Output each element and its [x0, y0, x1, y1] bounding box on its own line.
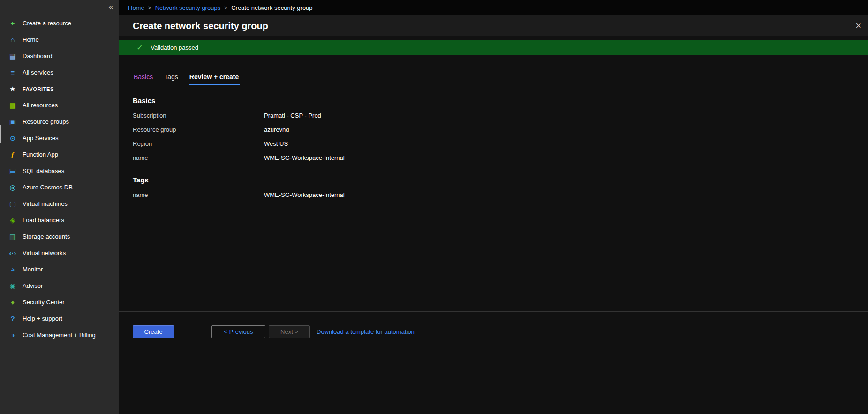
sidebar-item-label: App Services — [23, 135, 59, 142]
row-value: WME-SG-Workspace-Internal — [264, 191, 345, 198]
sidebar-item-label: Security Center — [23, 299, 65, 306]
wizard-footer: Create < Previous Next > Download a temp… — [119, 311, 868, 414]
dashboard-icon: ▦ — [8, 53, 17, 60]
tags-section-title: Tags — [133, 176, 868, 184]
sidebar-scrollbar-thumb[interactable] — [0, 125, 1, 143]
row-label: Subscription — [133, 112, 264, 119]
sidebar-item-cost-management-billing[interactable]: ◑ Cost Management + Billing — [0, 327, 119, 343]
plus-icon: + — [8, 20, 17, 27]
sidebar-item-label: Load balancers — [23, 217, 64, 224]
grid-icon: ▦ — [8, 102, 17, 109]
sidebar: « + Create a resource ⌂ Home ▦ Dashboard… — [0, 0, 119, 414]
sidebar-item-load-balancers[interactable]: ◈ Load balancers — [0, 212, 119, 228]
row-value: Pramati - CSP - Prod — [264, 112, 321, 119]
row-label: name — [133, 154, 264, 161]
breadcrumb-home-link[interactable]: Home — [128, 4, 144, 11]
page-title: Create network security group — [133, 21, 268, 31]
review-row-resource-group: Resource group azurevhd — [133, 122, 868, 136]
resource-groups-icon: ▣ — [8, 118, 17, 125]
breadcrumb: Home > Network security groups > Create … — [119, 0, 868, 15]
sidebar-item-dashboard[interactable]: ▦ Dashboard — [0, 48, 119, 64]
validation-banner-text: Validation passed — [151, 44, 198, 51]
wizard-tabs: Basics Tags Review + create — [133, 73, 868, 85]
main-pane: Home > Network security groups > Create … — [119, 0, 868, 414]
sidebar-item-create-a-resource[interactable]: + Create a resource — [0, 15, 119, 31]
sidebar-item-label: Advisor — [23, 282, 43, 289]
row-label: Resource group — [133, 126, 264, 133]
all-services-icon: ≡ — [8, 69, 17, 76]
billing-icon: ◑ — [8, 331, 17, 339]
sidebar-item-security-center[interactable]: ♦ Security Center — [0, 294, 119, 310]
page-header: Create network security group × — [119, 15, 868, 36]
sidebar-item-azure-cosmos-db[interactable]: ◎ Azure Cosmos DB — [0, 179, 119, 196]
basics-rows: Subscription Pramati - CSP - Prod Resour… — [133, 108, 868, 165]
next-button[interactable]: Next > — [269, 325, 310, 338]
sidebar-item-virtual-machines[interactable]: ▢ Virtual machines — [0, 196, 119, 212]
sidebar-item-app-services[interactable]: ⊙ App Services — [0, 130, 119, 146]
sidebar-item-label: Cost Management + Billing — [23, 331, 96, 339]
close-icon[interactable]: × — [855, 21, 861, 31]
review-row-subscription: Subscription Pramati - CSP - Prod — [133, 108, 868, 122]
sidebar-item-label: Create a resource — [23, 20, 71, 27]
sidebar-item-resource-groups[interactable]: ▣ Resource groups — [0, 113, 119, 130]
sidebar-item-label: All resources — [23, 102, 58, 109]
sidebar-item-label: All services — [23, 69, 53, 76]
sidebar-item-label: SQL databases — [23, 167, 64, 174]
row-label: name — [133, 191, 264, 198]
review-row-region: Region West US — [133, 136, 868, 151]
monitor-icon: ◕ — [8, 266, 17, 273]
row-value: azurevhd — [264, 126, 289, 133]
sidebar-favorites-label: FAVORITES — [23, 86, 54, 92]
sidebar-item-label: Resource groups — [23, 118, 69, 125]
review-row-tag-name: name WME-SG-Workspace-Internal — [133, 188, 868, 202]
sidebar-item-label: Monitor — [23, 266, 43, 273]
storage-icon: ▥ — [8, 233, 17, 240]
collapse-sidebar-icon[interactable]: « — [109, 3, 113, 11]
sql-database-icon: ▤ — [8, 167, 17, 174]
help-icon: ? — [8, 315, 17, 322]
shield-icon: ♦ — [8, 299, 17, 306]
sidebar-item-advisor[interactable]: ◉ Advisor — [0, 278, 119, 294]
create-button[interactable]: Create — [133, 325, 174, 338]
star-icon: ★ — [8, 85, 17, 92]
sidebar-item-label: Storage accounts — [23, 233, 70, 240]
virtual-machine-icon: ▢ — [8, 200, 17, 207]
tags-rows: name WME-SG-Workspace-Internal — [133, 188, 868, 202]
sidebar-favorites-header: ★ FAVORITES — [0, 81, 119, 97]
app-services-icon: ⊙ — [8, 135, 17, 142]
download-template-link[interactable]: Download a template for automation — [317, 328, 415, 335]
home-icon: ⌂ — [8, 36, 17, 43]
checkmark-icon: ✓ — [136, 43, 143, 53]
sidebar-item-label: Virtual networks — [23, 249, 66, 256]
breadcrumb-current-page: Create network security group — [231, 4, 312, 11]
sidebar-item-label: Home — [23, 36, 39, 43]
review-content: Basics Subscription Pramati - CSP - Prod… — [119, 97, 868, 202]
tab-tags[interactable]: Tags — [163, 73, 179, 85]
row-value: WME-SG-Workspace-Internal — [264, 154, 345, 161]
virtual-network-icon: ‹·› — [8, 249, 17, 256]
sidebar-item-function-app[interactable]: ƒ Function App — [0, 146, 119, 163]
sidebar-item-sql-databases[interactable]: ▤ SQL databases — [0, 163, 119, 179]
tab-basics[interactable]: Basics — [133, 73, 154, 85]
sidebar-item-label: Dashboard — [23, 53, 53, 60]
sidebar-item-label: Azure Cosmos DB — [23, 184, 73, 191]
cosmos-db-icon: ◎ — [8, 184, 17, 191]
tab-review-create[interactable]: Review + create — [189, 73, 240, 85]
lightning-icon: ƒ — [8, 151, 17, 158]
sidebar-item-storage-accounts[interactable]: ▥ Storage accounts — [0, 228, 119, 245]
sidebar-item-all-resources[interactable]: ▦ All resources — [0, 97, 119, 113]
sidebar-item-label: Function App — [23, 151, 58, 158]
sidebar-item-label: Help + support — [23, 315, 62, 322]
previous-button[interactable]: < Previous — [211, 325, 265, 338]
row-label: Region — [133, 140, 264, 147]
basics-section-title: Basics — [133, 97, 868, 105]
sidebar-item-help-support[interactable]: ? Help + support — [0, 310, 119, 327]
sidebar-item-virtual-networks[interactable]: ‹·› Virtual networks — [0, 245, 119, 261]
breadcrumb-nsg-link[interactable]: Network security groups — [155, 4, 220, 11]
sidebar-item-all-services[interactable]: ≡ All services — [0, 64, 119, 81]
sidebar-item-monitor[interactable]: ◕ Monitor — [0, 261, 119, 278]
breadcrumb-separator: > — [224, 5, 227, 11]
sidebar-item-home[interactable]: ⌂ Home — [0, 31, 119, 48]
validation-banner: ✓ Validation passed — [119, 40, 868, 55]
load-balancer-icon: ◈ — [8, 217, 17, 224]
